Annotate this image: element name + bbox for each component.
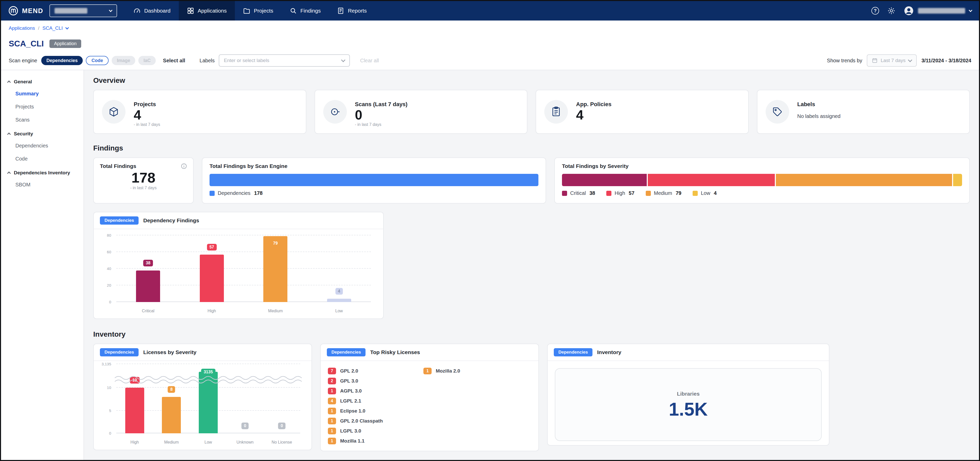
bar-low [327, 299, 351, 302]
license-row-mozilla-1-1: 1Mozilla 1.1 [328, 438, 423, 444]
show-trends-label: Show trends by [827, 58, 862, 64]
overview-card-app-policies: App. Policies4 [536, 90, 749, 134]
mend-logo[interactable]: MEND [8, 6, 43, 16]
select-all-button[interactable]: Select all [163, 58, 185, 64]
sidebar-sections: GeneralSummaryProjectsScansSecurityDepen… [1, 74, 83, 191]
nav-item-label: Findings [301, 8, 321, 14]
calendar-icon [872, 58, 878, 63]
user-menu[interactable] [904, 6, 972, 16]
nav-item-projects[interactable]: Projects [235, 1, 282, 21]
license-name: LGPL 2.1 [340, 398, 361, 404]
sidebar-section-header-dependencies-inventory[interactable]: Dependencies Inventory [1, 165, 83, 178]
nav-item-findings[interactable]: Findings [282, 1, 329, 21]
x-tick-label: Medium [243, 309, 307, 313]
y-tick-label: 0 [109, 431, 111, 435]
total-findings-card: Total Findings 178 - in last 7 days [93, 158, 194, 204]
dependencies-tab-badge[interactable]: Dependencies [554, 348, 592, 356]
chart-plot: 108313500 [116, 364, 300, 433]
sidebar-item-code[interactable]: Code [1, 152, 83, 165]
chart-plot: 3857794 [116, 235, 371, 302]
help-icon[interactable]: ? [872, 7, 879, 14]
reports-icon [337, 7, 344, 14]
x-tick-label: No License [263, 440, 300, 445]
breadcrumb: Applications / SCA_CLI [1, 21, 979, 36]
nav-item-dashboard[interactable]: Dashboard [125, 1, 179, 21]
libraries-label: Libraries [677, 391, 700, 397]
application-type-badge: Application [49, 40, 81, 48]
findings-heading: Findings [93, 144, 970, 152]
nav-item-reports[interactable]: Reports [329, 1, 375, 21]
overview-card-sub: - in last 7 days [134, 122, 160, 127]
sidebar: GeneralSummaryProjectsScansSecurityDepen… [1, 70, 84, 460]
legend-swatch [562, 191, 567, 196]
trend-range-select[interactable]: Last 7 days [867, 54, 917, 67]
nav-item-label: Reports [348, 8, 367, 14]
breadcrumb-applications[interactable]: Applications [9, 26, 35, 31]
bar-value-medium: 79 [270, 240, 280, 247]
navbar-right: ? [872, 6, 972, 16]
bar-slot-high: 57 [180, 235, 244, 302]
settings-gear-icon[interactable] [887, 7, 896, 15]
total-findings-title: Total Findings [100, 163, 136, 169]
libraries-metric-box: Libraries 1.5K [555, 368, 822, 441]
dependencies-tab-badge[interactable]: Dependencies [100, 216, 138, 225]
licenses-by-severity-title: Licenses by Severity [143, 349, 196, 356]
chart-bars: 3857794 [116, 235, 371, 302]
bar-segment-low [953, 174, 962, 186]
legend-value: 57 [629, 190, 635, 196]
nav-item-applications[interactable]: Applications [179, 1, 235, 21]
license-count-badge: 1 [328, 408, 336, 414]
bar-critical [136, 271, 160, 302]
x-axis: CriticalHighMediumLow [116, 309, 371, 313]
date-range: 3/11/2024 - 3/18/2024 [921, 58, 971, 64]
legend-swatch [210, 191, 215, 196]
chevron-down-icon[interactable] [341, 58, 345, 62]
pill-iac: IaC [138, 56, 156, 65]
sidebar-item-scans[interactable]: Scans [1, 113, 83, 126]
sidebar-section-security: SecurityDependenciesCode [1, 126, 83, 165]
info-icon[interactable] [181, 163, 187, 169]
labels-combobox[interactable] [219, 54, 350, 67]
legend-value: 4 [714, 190, 717, 196]
bar-slot-low: 3135 [190, 364, 227, 433]
top-risky-licenses-title: Top Risky Licenses [370, 349, 420, 356]
license-row-agpl-3-0: 1AGPL 3.0 [328, 388, 423, 394]
labels-input[interactable] [224, 58, 339, 63]
nav-item-label: Dashboard [144, 8, 170, 14]
findings-by-severity-card: Total Findings by Severity Critical38Hig… [554, 158, 970, 204]
dependencies-tab-badge[interactable]: Dependencies [327, 348, 366, 356]
breadcrumb-separator: / [38, 26, 39, 31]
breadcrumb-current[interactable]: SCA_CLI [43, 26, 63, 31]
chevron-up-icon [7, 80, 11, 84]
sidebar-item-projects[interactable]: Projects [1, 100, 83, 113]
sidebar-item-dependencies[interactable]: Dependencies [1, 139, 83, 152]
clear-all-button: Clear all [360, 58, 379, 64]
findings-by-severity-title: Total Findings by Severity [562, 163, 962, 169]
legend-label: Medium [654, 190, 672, 196]
sidebar-item-summary[interactable]: Summary [1, 87, 83, 100]
sidebar-section-header-general[interactable]: General [1, 74, 83, 87]
bar-slot-critical: 38 [116, 235, 180, 302]
chevron-down-icon [908, 58, 912, 62]
legend-label: Critical [570, 190, 586, 196]
trends-controls: Show trends by Last 7 days 3/11/2024 - 3… [827, 54, 971, 67]
pill-code[interactable]: Code [86, 56, 108, 65]
pill-dependencies[interactable]: Dependencies [41, 56, 83, 65]
overview-card-sub: No labels assigned [797, 113, 841, 119]
trend-range-value: Last 7 days [881, 58, 905, 63]
org-selector[interactable] [49, 4, 117, 17]
libraries-value: 1.5K [669, 400, 708, 418]
overview-cards: Projects4- in last 7 daysScans (Last 7 d… [93, 90, 970, 134]
engine-legend: Dependencies178 [210, 190, 538, 196]
overview-card-value: 4 [576, 108, 611, 122]
dependencies-tab-badge[interactable]: Dependencies [100, 348, 138, 356]
severity-legend: Critical38High57Medium79Low4 [562, 190, 962, 196]
overview-card-projects: Projects4- in last 7 days [93, 90, 306, 134]
main-content: Overview Projects4- in last 7 daysScans … [84, 70, 979, 460]
chevron-down-icon[interactable] [65, 26, 69, 29]
sidebar-item-sbom[interactable]: SBOM [1, 178, 83, 191]
bar-value-low: 3135 [201, 369, 215, 375]
sidebar-section-header-security[interactable]: Security [1, 126, 83, 139]
x-tick-label: Medium [153, 440, 190, 445]
redacted-username [918, 8, 965, 14]
